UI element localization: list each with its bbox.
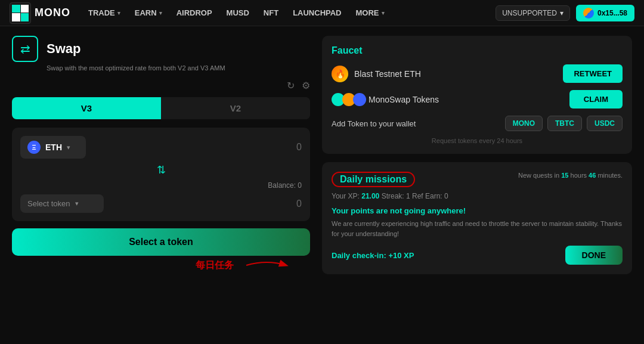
nav-earn[interactable]: EARN ▾ <box>129 0 168 26</box>
tbtc-chip[interactable]: TBTC <box>547 116 582 131</box>
missions-title-box: Daily missions <box>332 172 415 187</box>
settings-icon[interactable]: ⚙ <box>302 80 310 91</box>
done-button[interactable]: DONE <box>565 246 623 265</box>
main-content: ⇄ Swap Swap with the most optimized rate… <box>0 26 644 344</box>
wallet-button[interactable]: 0x15...58 <box>576 5 634 21</box>
claim-button[interactable]: CLAIM <box>569 90 623 109</box>
balance-display: Balance: 0 <box>20 181 302 190</box>
blast-icon: 🔥 <box>332 66 348 82</box>
annotation-arrow-svg <box>243 256 291 274</box>
swap-title: Swap <box>47 41 80 57</box>
faucet-blast-row: 🔥 Blast Testnet ETH RETWEET <box>332 64 623 83</box>
retweet-button[interactable]: RETWEET <box>563 64 623 83</box>
annotation: 每日任务 <box>196 256 291 274</box>
nav-musd[interactable]: MUSD <box>221 0 255 26</box>
faucet-mono-row: MonoSwap Tokens CLAIM <box>332 90 623 109</box>
from-token-selector[interactable]: Ξ ETH ▾ <box>20 136 86 159</box>
tab-v2[interactable]: V2 <box>161 97 310 119</box>
chevron-down-icon: ▾ <box>159 10 162 16</box>
logo-text: MONO <box>35 7 70 19</box>
to-token-row: Select token ▾ <box>20 194 302 213</box>
wallet-icon <box>583 8 594 18</box>
chevron-down-icon: ▾ <box>382 10 385 16</box>
chevron-down-icon: ▾ <box>117 10 120 16</box>
chevron-down-icon: ▾ <box>75 200 79 207</box>
mono-icon <box>332 93 363 106</box>
chevron-down-icon: ▾ <box>560 9 564 17</box>
daily-checkin-row: Daily check-in: +10 XP DONE <box>332 246 623 265</box>
select-token-button[interactable]: Select a token <box>12 228 310 256</box>
nav-nft[interactable]: NFT <box>258 0 284 26</box>
swap-header: ⇄ Swap <box>12 36 310 62</box>
swap-divider: ⇅ <box>20 159 302 181</box>
token-chip-row: MONO TBTC USDC <box>505 116 623 131</box>
missions-desc: We are currently experiencing high traff… <box>332 219 623 238</box>
refresh-icon[interactable]: ↻ <box>287 80 295 91</box>
missions-notice: Your points are not going anywhere! <box>332 206 623 215</box>
from-amount-input[interactable] <box>92 142 302 153</box>
nav-more[interactable]: MORE ▾ <box>350 0 391 26</box>
to-amount-input[interactable] <box>110 199 302 209</box>
navbar: MONO TRADE ▾ EARN ▾ AIRDROP MUSD NFT LAU… <box>0 0 644 26</box>
to-token-selector[interactable]: Select token ▾ <box>20 194 104 213</box>
swap-panel: ⇄ Swap Swap with the most optimized rate… <box>12 36 310 334</box>
logo-icon <box>10 2 31 24</box>
nav-airdrop[interactable]: AIRDROP <box>171 0 218 26</box>
swap-icon: ⇄ <box>12 36 38 62</box>
chevron-down-icon: ▾ <box>67 144 70 151</box>
nav-launchpad[interactable]: LAUNCHPAD <box>287 0 347 26</box>
right-panel: Faucet 🔥 Blast Testnet ETH RETWEET M <box>322 36 632 334</box>
missions-timer: New quests in 15 hours 46 minutes. <box>518 172 623 179</box>
annotation-text: 每日任务 <box>196 259 234 272</box>
add-token-label: Add Token to your wallet <box>332 119 416 128</box>
missions-header: Daily missions New quests in 15 hours 46… <box>332 172 623 187</box>
request-note: Request tokens every 24 hours <box>332 137 623 144</box>
version-tabs: V3 V2 <box>12 97 310 119</box>
faucet-card: Faucet 🔥 Blast Testnet ETH RETWEET M <box>322 36 632 154</box>
nav-right: UNSUPPORTED ▾ 0x15...58 <box>496 5 634 21</box>
xp-row: Your XP: 21.00 Streak: 1 Ref Earn: 0 <box>332 192 623 200</box>
from-token-row: Ξ ETH ▾ <box>20 136 302 159</box>
usdc-chip[interactable]: USDC <box>587 116 623 131</box>
network-selector[interactable]: UNSUPPORTED ▾ <box>496 5 570 21</box>
swap-subtitle: Swap with the most optimized rate from b… <box>47 64 310 72</box>
blast-token-info: 🔥 Blast Testnet ETH <box>332 66 421 82</box>
nav-trade[interactable]: TRADE ▾ <box>82 0 126 26</box>
missions-title: Daily missions <box>332 172 415 187</box>
swap-arrows-icon[interactable]: ⇅ <box>157 163 166 176</box>
daily-missions-card: Daily missions New quests in 15 hours 46… <box>322 162 632 274</box>
swap-form: Ξ ETH ▾ ⇅ Balance: 0 Select token ▾ <box>12 128 310 221</box>
mono-chip[interactable]: MONO <box>505 116 543 131</box>
select-token-label: Select token <box>27 199 70 208</box>
from-token-name: ETH <box>45 142 62 152</box>
faucet-title: Faucet <box>332 45 623 56</box>
tab-v3[interactable]: V3 <box>12 97 161 119</box>
eth-icon: Ξ <box>27 141 41 154</box>
checkin-label: Daily check-in: +10 XP <box>332 251 414 260</box>
logo[interactable]: MONO <box>10 2 70 24</box>
mono-token-info: MonoSwap Tokens <box>332 93 439 106</box>
add-token-row: Add Token to your wallet MONO TBTC USDC <box>332 116 623 131</box>
